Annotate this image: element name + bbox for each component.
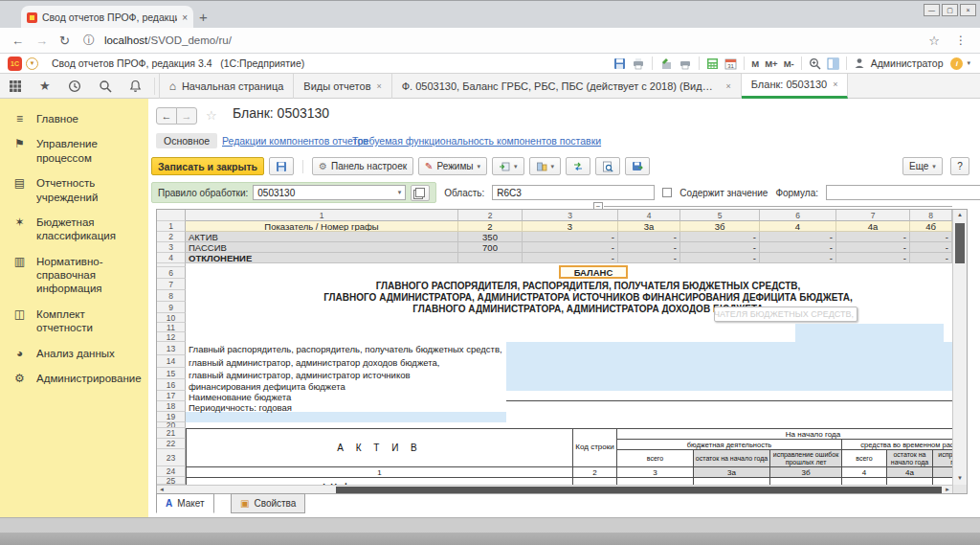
row-number[interactable]: 19: [157, 412, 186, 422]
aktiv-title-cell[interactable]: А К Т И В: [186, 428, 573, 467]
row-number[interactable]: 3: [157, 242, 186, 253]
save-and-close-button[interactable]: Записать и закрыть: [151, 157, 264, 175]
area-input[interactable]: R6C3: [492, 185, 655, 200]
grid-cell[interactable]: [458, 253, 523, 263]
nav-link-functionality[interactable]: Требуемая функциональность компонентов п…: [352, 135, 601, 147]
grid-row-1[interactable]: Показатель / Номер графы 2 3 3а 3б 4 4а …: [186, 221, 952, 232]
titlebar-caret-icon[interactable]: ▾: [967, 59, 970, 67]
scroll-up-icon[interactable]: ▲: [953, 212, 967, 217]
form-back-button[interactable]: ←: [156, 107, 177, 125]
grid-label[interactable]: Главный распорядитель, распорядитель, по…: [189, 344, 502, 354]
notifications-bell-icon[interactable]: [129, 79, 142, 93]
col-cell[interactable]: всего: [616, 449, 694, 467]
tab-properties[interactable]: ▣ Свойства: [231, 493, 305, 513]
scroll-right-icon[interactable]: ►: [945, 486, 950, 493]
col-cell[interactable]: исправление ошибок прошлых лет: [769, 449, 842, 467]
selected-cell-balance[interactable]: БАЛАНС: [559, 265, 628, 279]
sidebar-item-data-analysis[interactable]: ◕Анализ данных: [0, 341, 148, 366]
row-number[interactable]: 4: [157, 253, 186, 263]
grid-cell[interactable]: 350: [458, 232, 523, 242]
grid-cell-dash[interactable]: -: [523, 232, 618, 242]
grid-cell-dash[interactable]: -: [910, 232, 952, 242]
horizontal-scrollbar[interactable]: ◄ ►: [157, 485, 952, 493]
col-cell[interactable]: исправление ошибок прошлых лет: [932, 449, 952, 467]
grid-cell-dash[interactable]: -: [760, 232, 836, 242]
col-header[interactable]: 2: [458, 210, 523, 221]
grid-row-3[interactable]: ПАССИВ 700 - - - - - -: [186, 242, 952, 253]
column-headers[interactable]: 1 2 3 4 5 6 7 8: [186, 210, 952, 221]
blue-cell[interactable]: [186, 412, 506, 422]
row-number[interactable]: 15: [157, 368, 186, 379]
vertical-scrollbar[interactable]: ▲ ▼: [952, 210, 967, 485]
settings-panel-button[interactable]: ⚙Панель настроек: [312, 157, 413, 175]
section-button[interactable]: ▾: [529, 157, 562, 175]
sidebar-item-reference-info[interactable]: ▥Нормативно-справочная информация: [0, 249, 148, 302]
system-menu-icon[interactable]: ▾: [26, 57, 38, 70]
search-icon[interactable]: [99, 79, 112, 93]
tab-f0503130[interactable]: Ф. 0503130, Баланс ГРБС, РБС, ПБС (дейст…: [392, 74, 742, 99]
grid-cell-dash[interactable]: -: [523, 242, 618, 253]
preview-document-button[interactable]: [595, 157, 620, 175]
col-header[interactable]: 1: [186, 210, 458, 221]
sidebar-item-reporting[interactable]: ▤Отчетность учреждений: [0, 170, 148, 210]
nav-link-redactions[interactable]: Редакции компонентов отчетов: [222, 135, 368, 147]
tab-close-icon[interactable]: ×: [725, 81, 730, 91]
grid-cell[interactable]: 700: [458, 242, 523, 253]
insert-area-button[interactable]: ▾: [492, 157, 524, 175]
save-button[interactable]: [269, 157, 294, 175]
url-text[interactable]: localhost/SVOD_demo/ru/: [104, 34, 232, 46]
tab-close-icon[interactable]: ×: [182, 12, 188, 23]
forward-icon[interactable]: →: [35, 34, 48, 48]
grid-cell[interactable]: ОТКЛОНЕНИЕ: [186, 253, 458, 263]
spreadsheet[interactable]: 1 2 3 4 5 6 7 8 1 2 3 4 6: [156, 209, 968, 494]
col-header[interactable]: 6: [760, 210, 836, 221]
row-number[interactable]: 6: [157, 267, 186, 279]
row-number[interactable]: 12: [157, 332, 186, 342]
section-row-cell[interactable]: [841, 477, 887, 485]
main-menu-icon[interactable]: [9, 79, 22, 93]
grid-cell[interactable]: 4б: [910, 221, 952, 232]
row-number[interactable]: 17: [157, 391, 186, 401]
browser-tab[interactable]: Свод отчетов ПРОФ, редакция ×: [21, 6, 193, 29]
section-row-cell[interactable]: I. Нефинансовые активы: [186, 477, 573, 485]
grid-cell-dash[interactable]: -: [680, 242, 760, 253]
col-header[interactable]: 7: [836, 210, 910, 221]
col-header[interactable]: 3: [523, 210, 618, 221]
grid-cell-dash[interactable]: -: [760, 242, 836, 253]
tab-blank-0503130[interactable]: Бланк: 0503130 ×: [742, 74, 849, 99]
col-cell[interactable]: всего: [841, 449, 887, 467]
tab-layout[interactable]: А Макет: [156, 493, 214, 513]
new-tab-button[interactable]: +: [199, 9, 208, 25]
section-row-cell[interactable]: [572, 477, 617, 485]
row-number[interactable]: 16: [157, 379, 186, 391]
sidebar-item-main[interactable]: ≡Главное: [0, 106, 148, 131]
grid-cell-dash[interactable]: -: [680, 232, 760, 242]
grid-row-4[interactable]: ОТКЛОНЕНИЕ - - - - - -: [186, 253, 952, 263]
refresh-structure-button[interactable]: [566, 157, 590, 175]
horizontal-scroll-thumb[interactable]: [336, 487, 942, 493]
grid-cell[interactable]: ПАССИВ: [186, 242, 458, 253]
print-export-icon[interactable]: [659, 57, 673, 70]
grid-cell[interactable]: 3а: [618, 221, 680, 232]
grid-cell[interactable]: АКТИВ: [186, 232, 458, 242]
memory-mplus-button[interactable]: M+: [765, 58, 777, 69]
tab-close-icon[interactable]: ×: [376, 81, 381, 91]
row-number[interactable]: 24: [157, 466, 186, 477]
form-forward-button[interactable]: →: [176, 107, 197, 125]
site-info-icon[interactable]: ⓘ: [83, 33, 95, 49]
grid-cell[interactable]: 4: [760, 221, 836, 232]
bookmark-star-icon[interactable]: ☆: [928, 34, 940, 48]
row-number[interactable]: 11: [157, 323, 186, 332]
row-number[interactable]: 25: [157, 477, 186, 485]
sidebar-item-process[interactable]: ⚑Управление процессом: [0, 131, 148, 170]
grid-cell-dash[interactable]: -: [836, 242, 910, 253]
section-row-cell[interactable]: [886, 477, 933, 485]
col-header[interactable]: 8: [910, 210, 952, 221]
contains-value-checkbox[interactable]: [662, 188, 672, 197]
grid-label[interactable]: главный администратор, администратор дох…: [189, 357, 439, 368]
section-row-cell[interactable]: [769, 477, 842, 485]
preview-icon[interactable]: [679, 57, 692, 70]
info-icon[interactable]: i: [950, 57, 963, 70]
grid-cell-dash[interactable]: -: [836, 253, 910, 263]
grid-cell-dash[interactable]: -: [523, 253, 618, 263]
